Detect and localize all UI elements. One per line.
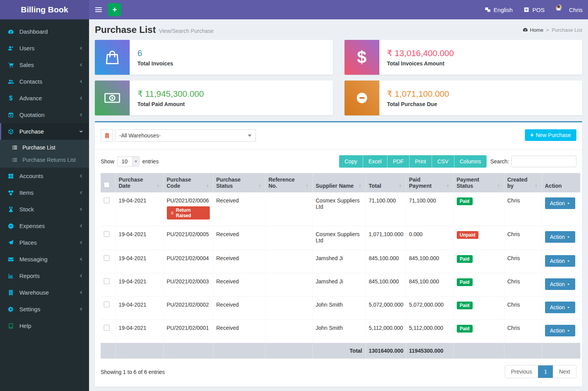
breadcrumb-home[interactable]: Home: [523, 27, 543, 33]
paper-plane-icon: [7, 240, 15, 246]
select-all-checkbox[interactable]: [104, 182, 110, 188]
sidebar-item-quotation[interactable]: Quotation: [0, 106, 89, 123]
pagination-next[interactable]: Next: [553, 365, 576, 378]
caret-down-icon: [567, 306, 570, 309]
action-button[interactable]: Action: [545, 255, 576, 267]
sidebar-item-dashboard[interactable]: Dashboard: [0, 23, 89, 40]
sidebar-item-warehouse[interactable]: Warehouse: [0, 284, 89, 301]
export-pdf-button[interactable]: PDF: [387, 155, 410, 168]
export-excel-button[interactable]: Excel: [363, 155, 387, 168]
row-checkbox[interactable]: [104, 325, 110, 331]
dashboard-icon: [523, 27, 528, 33]
cell-purchase-date: 19-04-2021: [115, 297, 163, 320]
cell-purchase-code: PU/2021/02/0002: [163, 297, 213, 320]
payment-status-badge: Paid: [457, 302, 473, 309]
action-button[interactable]: Action: [545, 278, 576, 290]
cell-total: 845,100.000: [365, 273, 406, 297]
app-logo[interactable]: Billing Book: [0, 0, 89, 19]
sidebar-item-help[interactable]: Help: [0, 317, 89, 334]
export-copy-button[interactable]: Copy: [339, 155, 363, 168]
column-header-created-by[interactable]: Created by: [504, 173, 542, 192]
action-button[interactable]: Action: [545, 231, 576, 243]
top-navbar: + English POS Chris: [89, 0, 588, 19]
pos-button[interactable]: POS: [518, 0, 550, 19]
sidebar-toggle-icon[interactable]: [89, 0, 108, 19]
divider: [95, 149, 582, 150]
chevron-left-icon: [79, 190, 83, 195]
export-print-button[interactable]: Print: [410, 155, 432, 168]
sidebar-item-contacts[interactable]: Contacts: [0, 73, 89, 90]
pagination-previous[interactable]: Previous: [505, 365, 538, 378]
caret-down-icon: [567, 283, 570, 286]
sidebar-item-advance[interactable]: $Advance: [0, 90, 89, 106]
sidebar-item-places[interactable]: Places: [0, 234, 89, 251]
table-row: 19-04-2021 PU/2021/02/0003 Received Jams…: [101, 273, 580, 297]
cell-supplier-name: John Smith: [312, 297, 365, 320]
sidebar-item-users[interactable]: Users: [0, 40, 89, 57]
sort-icon: [496, 183, 501, 189]
cell-purchase-status: Received: [213, 226, 265, 250]
column-header-paid-payment[interactable]: Paid Payment: [406, 173, 453, 192]
sidebar-item-items[interactable]: Items: [0, 184, 89, 201]
column-header-total[interactable]: Total: [365, 173, 406, 192]
cell-supplier-name: Jamshed Ji: [312, 250, 365, 273]
language-menu[interactable]: English: [479, 0, 518, 19]
cell-total: 1,071,100.000: [365, 226, 406, 250]
sidebar-item-purchase[interactable]: Purchase: [0, 123, 89, 140]
book-icon: [7, 323, 15, 329]
sidebar-item-expenses[interactable]: Expenses: [0, 218, 89, 234]
pagination-page-1[interactable]: 1: [538, 365, 553, 378]
footer-paid-value: 11945300.000: [406, 343, 453, 359]
action-button[interactable]: Action: [545, 302, 576, 313]
sidebar-item-settings[interactable]: Settings: [0, 301, 89, 317]
sort-icon: [534, 183, 538, 189]
sidebar-item-messaging[interactable]: Messaging: [0, 251, 89, 268]
plus-icon: +: [530, 132, 534, 138]
cell-created-by: Chris: [504, 192, 542, 226]
sidebar-item-accounts[interactable]: Accounts: [0, 168, 89, 184]
cell-reference-no: [265, 297, 312, 320]
user-menu[interactable]: Chris: [550, 0, 588, 19]
column-header-supplier-name[interactable]: Supplier Name: [312, 173, 365, 192]
sidebar-item-reports[interactable]: Reports: [0, 268, 89, 284]
sidebar-item-sales[interactable]: Sales: [0, 57, 89, 73]
tachometer-icon: [7, 29, 15, 35]
page-length-select[interactable]: 10: [117, 156, 139, 166]
warehouse-filter-select[interactable]: -All Warehouses-: [115, 129, 256, 142]
calendar-plus-icon: [7, 112, 15, 118]
cell-supplier-name: Jamshed Ji: [312, 273, 365, 297]
chevron-down-icon: [132, 157, 139, 166]
shopping-bag-icon: [103, 48, 121, 66]
cell-paid-payment: 5,072,000.000: [406, 297, 453, 320]
summary-card-total-invoices-amount: $ ₹ 13,016,400.000 Total Invoices Amount: [345, 40, 583, 75]
row-checkbox[interactable]: [104, 231, 110, 237]
new-purchase-button[interactable]: +New Purchase: [525, 129, 576, 141]
row-checkbox[interactable]: [104, 278, 110, 284]
column-header-purchase-date[interactable]: Purchase Date: [115, 173, 163, 192]
cell-total: 845,100.000: [365, 250, 406, 273]
cell-reference-no: [265, 250, 312, 273]
action-button[interactable]: Action: [545, 325, 576, 336]
sidebar-subitem-purchase-list[interactable]: Purchase List: [0, 141, 89, 154]
export-csv-button[interactable]: CSV: [432, 155, 454, 168]
column-header-reference-no[interactable]: Reference No.: [265, 173, 312, 192]
cell-reference-no: [265, 192, 312, 226]
sort-icon: [205, 183, 210, 189]
purchase-table: Purchase DatePurchase CodePurchase Statu…: [101, 173, 580, 359]
row-checkbox[interactable]: [104, 255, 110, 261]
sidebar-item-stock[interactable]: Stock: [0, 201, 89, 218]
action-button[interactable]: Action: [545, 197, 576, 209]
row-checkbox[interactable]: [104, 197, 110, 203]
quick-add-button[interactable]: +: [108, 3, 121, 16]
export-columns-button[interactable]: Columns: [454, 155, 487, 168]
chevron-left-icon: [79, 174, 83, 178]
column-header-purchase-code[interactable]: Purchase Code: [163, 173, 213, 192]
sidebar-subitem-purchase-returns-list[interactable]: Purchase Returns List: [0, 154, 89, 166]
search-input[interactable]: [511, 156, 576, 167]
column-header-purchase-status[interactable]: Purchase Status: [213, 173, 265, 192]
chevron-left-icon: [79, 224, 83, 228]
row-checkbox[interactable]: [104, 302, 110, 307]
cell-purchase-date: 19-04-2021: [115, 320, 163, 343]
column-header-payment-status[interactable]: Payment Status: [453, 173, 504, 192]
card-label: Total Invoices Amount: [387, 60, 454, 67]
